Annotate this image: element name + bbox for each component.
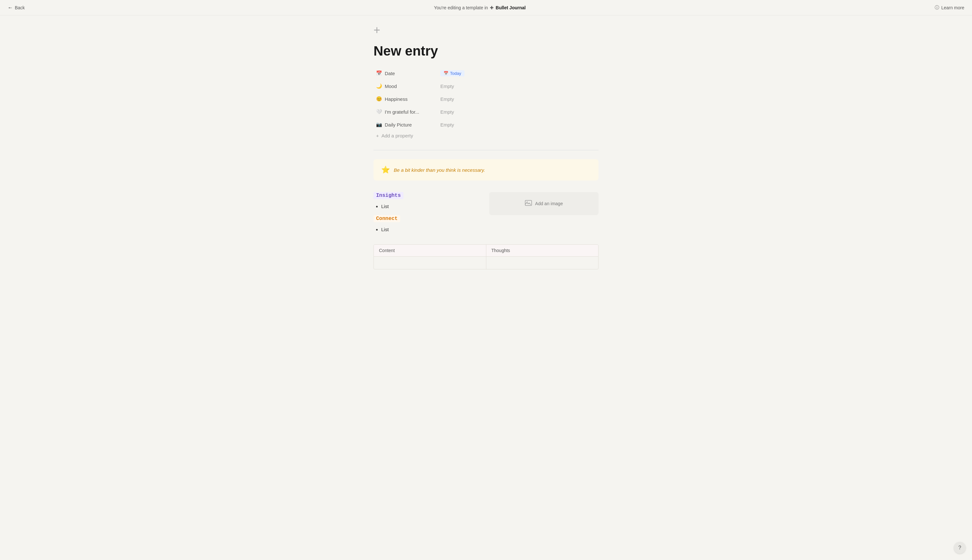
date-value[interactable]: 📅 Today — [438, 69, 467, 78]
info-icon: ⓘ — [935, 5, 939, 11]
learn-more-label: Learn more — [941, 5, 964, 10]
table-cell-thoughts[interactable] — [486, 257, 599, 269]
properties-section: 📅 Date 📅 Today 🌙 Mood Empty 😊 Happines — [373, 67, 599, 140]
add-property-button[interactable]: + Add a property — [373, 132, 599, 140]
image-placeholder-icon — [525, 200, 532, 207]
add-property-plus-icon: + — [376, 133, 379, 138]
svg-point-1 — [527, 201, 527, 202]
today-badge-text: Today — [450, 71, 461, 76]
happiness-label: Happiness — [385, 96, 408, 102]
table-header: Content Thoughts — [374, 245, 598, 256]
table-cell-content[interactable] — [374, 257, 486, 269]
section-divider — [373, 150, 599, 150]
quote-box: ⭐ Be a bit kinder than you think is nece… — [373, 159, 599, 180]
connect-section: Connect List — [373, 215, 599, 233]
journal-name: Bullet Journal — [496, 5, 525, 10]
content-table: Content Thoughts — [373, 244, 599, 269]
grateful-value: Empty — [438, 108, 457, 116]
topbar-center: You're editing a template in ✚ Bullet Jo… — [434, 5, 525, 10]
property-label-daily-picture: 📷 Daily Picture — [373, 120, 438, 129]
insights-list-item: List — [381, 203, 479, 210]
add-image-button[interactable]: Add an image — [489, 192, 599, 215]
smile-icon: 😊 — [376, 96, 382, 102]
daily-picture-value: Empty — [438, 121, 457, 129]
heart-icon: 🤍 — [376, 109, 382, 115]
connect-list: List — [373, 226, 599, 233]
mood-value: Empty — [438, 82, 457, 90]
back-arrow-icon: ← — [8, 5, 13, 11]
connect-list-item: List — [381, 226, 599, 233]
main-content: + New entry 📅 Date 📅 Today 🌙 Mood Empty — [373, 0, 599, 295]
add-image-section: Add an image — [489, 192, 599, 215]
insights-list: List — [373, 203, 479, 210]
learn-more-button[interactable]: ⓘ Learn more — [935, 5, 964, 11]
help-icon: ? — [959, 545, 961, 551]
property-row-grateful[interactable]: 🤍 I'm grateful for... Empty — [373, 106, 599, 118]
date-label: Date — [385, 71, 395, 76]
property-label-happiness: 😊 Happiness — [373, 95, 438, 103]
insights-heading: Insights — [373, 192, 403, 199]
help-button[interactable]: ? — [954, 542, 965, 553]
table-header-content: Content — [374, 245, 486, 256]
property-row-happiness[interactable]: 😊 Happiness Empty — [373, 93, 599, 105]
calendar-icon: 📅 — [376, 70, 382, 76]
topbar: ← Back You're editing a template in ✚ Bu… — [0, 0, 972, 15]
today-badge: 📅 Today — [440, 70, 465, 77]
add-block-button[interactable]: + — [373, 19, 380, 38]
property-label-mood: 🌙 Mood — [373, 82, 438, 90]
page-title: New entry — [373, 44, 599, 58]
add-property-label: Add a property — [381, 133, 413, 138]
moon-icon: 🌙 — [376, 83, 382, 89]
property-row-mood[interactable]: 🌙 Mood Empty — [373, 80, 599, 92]
insights-row: Insights List Add an image — [373, 192, 599, 215]
happiness-value: Empty — [438, 95, 457, 103]
property-row-daily-picture[interactable]: 📷 Daily Picture Empty — [373, 119, 599, 130]
property-label-date: 📅 Date — [373, 69, 438, 77]
back-button[interactable]: ← Back — [8, 5, 25, 11]
property-row-date[interactable]: 📅 Date 📅 Today — [373, 67, 599, 79]
back-label: Back — [15, 5, 25, 10]
table-header-thoughts: Thoughts — [486, 245, 599, 256]
insights-section: Insights List — [373, 192, 479, 215]
property-label-grateful: 🤍 I'm grateful for... — [373, 108, 438, 116]
add-image-label: Add an image — [535, 201, 563, 206]
connect-heading: Connect — [373, 215, 400, 222]
editing-text: You're editing a template in — [434, 5, 488, 10]
today-badge-icon: 📅 — [443, 71, 448, 75]
mood-label: Mood — [385, 83, 397, 89]
daily-picture-label: Daily Picture — [385, 122, 412, 127]
bullet-journal-icon: ✚ — [490, 5, 494, 10]
quote-text: Be a bit kinder than you think is necess… — [394, 167, 485, 173]
grateful-label: I'm grateful for... — [385, 109, 419, 115]
camera-icon: 📷 — [376, 122, 382, 127]
table-row[interactable] — [374, 256, 598, 269]
quote-star-icon: ⭐ — [381, 166, 390, 174]
